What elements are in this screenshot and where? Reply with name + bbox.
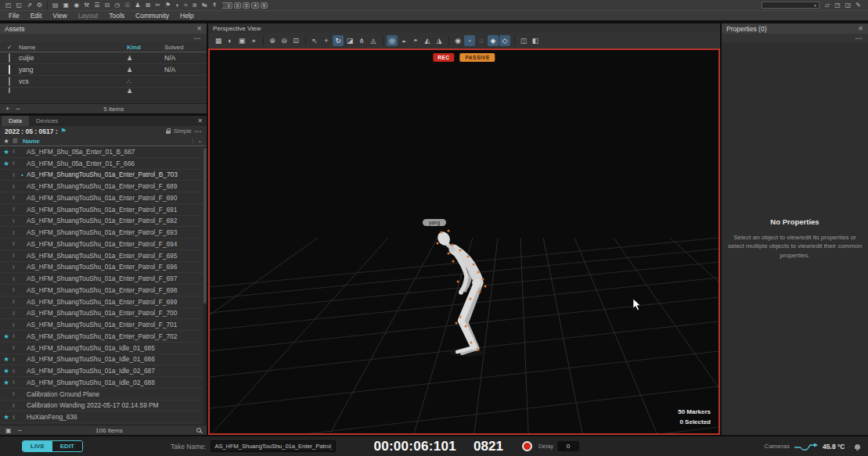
passive-button[interactable]: PASSIVE <box>460 53 495 62</box>
calibration-icon[interactable]: ⚒ <box>81 1 92 10</box>
marker-tracking-icon[interactable]: ⌖ <box>248 35 259 46</box>
viewport-layout-icon[interactable]: ▦ <box>213 35 224 46</box>
asset-row-yang[interactable]: yang ♟ N/A <box>0 64 207 76</box>
favorite-star-icon[interactable] <box>0 263 13 271</box>
layout-preset-dropdown[interactable]: ▼ <box>762 2 819 9</box>
menu-item[interactable]: Edit <box>25 12 48 20</box>
solve-forward-icon[interactable]: ◭ <box>422 35 433 46</box>
session-date[interactable]: 2022 : 05 : 0517 : <box>5 127 58 135</box>
close-icon[interactable]: ✕ <box>858 25 863 32</box>
avatar-visibility-icon[interactable]: ◧ <box>530 35 541 46</box>
more-options-icon[interactable]: ••• <box>195 129 202 134</box>
show-markers-icon[interactable]: ◦ <box>464 35 475 46</box>
graph-icon[interactable]: ≈ <box>182 1 189 10</box>
unlabel-markers-icon[interactable]: ◓ <box>410 35 421 46</box>
view-preset-4[interactable]: 4 <box>251 2 258 9</box>
name-column-header[interactable]: Name <box>19 44 127 51</box>
favorite-star-icon[interactable] <box>0 321 13 329</box>
favorite-star-icon[interactable] <box>0 390 13 398</box>
new-layout-icon[interactable]: ▱ <box>823 1 832 10</box>
session-mode-label[interactable]: Simple <box>174 127 192 135</box>
zoom-out-icon[interactable]: ⊖ <box>279 35 290 46</box>
take-row[interactable]: AS_HFM_ShuangTouShu_01a_Enter_Patrol_F_6… <box>0 239 207 250</box>
favorite-star-icon[interactable] <box>0 182 13 190</box>
more-options-icon[interactable]: ••• <box>855 36 863 41</box>
take-row[interactable]: AS_HFM_ShuangTouShu_01a_Enter_Patrol_F_6… <box>0 262 207 274</box>
file-open-icon[interactable]: ◰ <box>3 1 14 10</box>
record-button[interactable] <box>522 441 532 451</box>
take-row[interactable]: AS_HFM_ShuangTouShu_01a_Enter_Patrol_F_6… <box>0 204 207 216</box>
label-tag-icon[interactable]: ⚑ <box>163 1 173 10</box>
info-icon[interactable]: ☉ <box>122 1 132 10</box>
remove-asset-button[interactable]: − <box>16 105 20 113</box>
flag-icon[interactable]: ⚑ <box>61 127 67 135</box>
capture-icon[interactable]: ◉ <box>71 1 81 10</box>
edit-cut-icon[interactable]: ✂ <box>153 1 163 10</box>
file-save-icon[interactable]: ◱ <box>14 1 25 10</box>
import-take-icon[interactable]: ▣ <box>5 427 12 434</box>
actor-name-label[interactable]: yang <box>423 219 446 226</box>
take-row[interactable]: HuXianFeng_636 <box>0 411 207 423</box>
favorite-star-icon[interactable] <box>0 275 13 282</box>
view-preset-2[interactable]: 2 <box>234 2 241 9</box>
favorite-star-icon[interactable] <box>0 332 13 340</box>
menu-item[interactable]: File <box>3 12 25 20</box>
edit-mode-button[interactable]: EDIT <box>52 441 82 451</box>
show-skeleton-icon[interactable]: ◇ <box>499 35 510 46</box>
takes-scrollbar[interactable] <box>203 146 207 425</box>
assets-panel-titlebar[interactable]: Assets ✕ <box>0 23 207 34</box>
check-column-header[interactable]: ✓ <box>0 44 19 51</box>
favorite-star-icon[interactable] <box>0 355 13 363</box>
menu-item[interactable]: View <box>47 12 72 20</box>
favorite-star-icon[interactable] <box>0 344 13 352</box>
show-links-icon[interactable]: ◈ <box>488 35 499 46</box>
take-row[interactable]: AS_HFM_ShuangTouShu_01a_Enter_Patrol_F_6… <box>0 216 207 228</box>
menu-item[interactable]: Help <box>175 12 199 20</box>
label-markers-icon[interactable]: ◒ <box>398 35 409 46</box>
take-row[interactable]: AS_HFM_ShuangTouShu_01a_Enter_Patrol_F_6… <box>0 285 207 296</box>
rotate-tool-icon[interactable]: ↻ <box>333 35 344 46</box>
take-row[interactable]: AS_HFM_ShuangTouShu_01a_Enter_Patrol_F_6… <box>0 181 207 192</box>
favorite-star-icon[interactable] <box>0 206 13 214</box>
ground-plane-icon[interactable]: ◪ <box>344 35 355 46</box>
view-preset-5[interactable]: 5 <box>261 2 268 9</box>
tab-data[interactable]: Data <box>2 116 29 126</box>
rec-button[interactable]: REC <box>433 53 454 62</box>
view-preset-3[interactable]: 3 <box>243 2 250 9</box>
fullscreen-icon[interactable]: ⊠ <box>142 1 153 10</box>
notifications-bell-icon[interactable] <box>855 444 860 449</box>
skeleton-tool-icon[interactable]: ⋔ <box>356 35 367 46</box>
camera-icon[interactable]: ▣ <box>61 1 72 10</box>
live-mode-button[interactable]: LIVE <box>23 441 52 451</box>
take-row[interactable]: AS_HFM_ShuangTouShu_01a_Idle_01_685 <box>0 343 207 354</box>
favorite-star-icon[interactable] <box>0 240 13 248</box>
perspective-viewport[interactable]: REC PASSIVE yang 50 Markers 0 Selected <box>208 48 720 435</box>
layers-icon[interactable]: ☰ <box>92 1 102 10</box>
take-row[interactable]: AS_HFM_ShuangTouShu_01a_Enter_Patrol_F_6… <box>0 227 207 239</box>
remove-take-button[interactable]: − <box>18 426 22 434</box>
take-row[interactable]: AS_HFM_ShuangTouShu_01a_Idle_02_687 <box>0 365 207 377</box>
menu-item[interactable]: Layout <box>73 12 104 20</box>
zoom-in-icon[interactable]: ⊕ <box>267 35 278 46</box>
quick-label-icon[interactable]: ◬ <box>368 35 379 46</box>
take-row[interactable]: AS_HFM_ShuangTouShu_01a_Enter_Patrol_F_7… <box>0 308 207 320</box>
asset-row-vcs[interactable]: vcs ∴ <box>0 76 207 88</box>
favorite-star-icon[interactable] <box>0 252 13 260</box>
scrollbar-thumb[interactable] <box>203 148 207 303</box>
settings-gear-icon[interactable]: ⚙ <box>34 1 45 10</box>
close-icon[interactable]: ✕ <box>196 25 202 32</box>
take-row[interactable]: AS_HFM_ShuangTouShu_01a_Enter_Patrol_F_7… <box>0 331 207 343</box>
asset-row-clipped[interactable]: ♟ <box>0 88 207 93</box>
columns-icon[interactable]: ▥ <box>13 138 23 144</box>
camera-preview-icon[interactable]: ▣ <box>236 35 247 46</box>
kind-column-header[interactable]: Kind <box>127 44 164 51</box>
asset-row-cuijie[interactable]: cuijie ♟ N/A <box>0 52 207 64</box>
solve-backward-icon[interactable]: ◮ <box>434 35 445 46</box>
name-column-header[interactable]: Name <box>23 138 193 145</box>
devices-pane-icon[interactable]: ▤ <box>47 1 61 10</box>
lock-icon[interactable] <box>166 131 171 134</box>
edit-layout-icon[interactable]: ✎ <box>853 1 863 10</box>
take-row[interactable]: Calibration Wanding 2022-05-17 02.14.59 … <box>0 400 207 412</box>
favorite-star-icon[interactable] <box>0 171 13 178</box>
delay-input[interactable] <box>557 441 579 451</box>
